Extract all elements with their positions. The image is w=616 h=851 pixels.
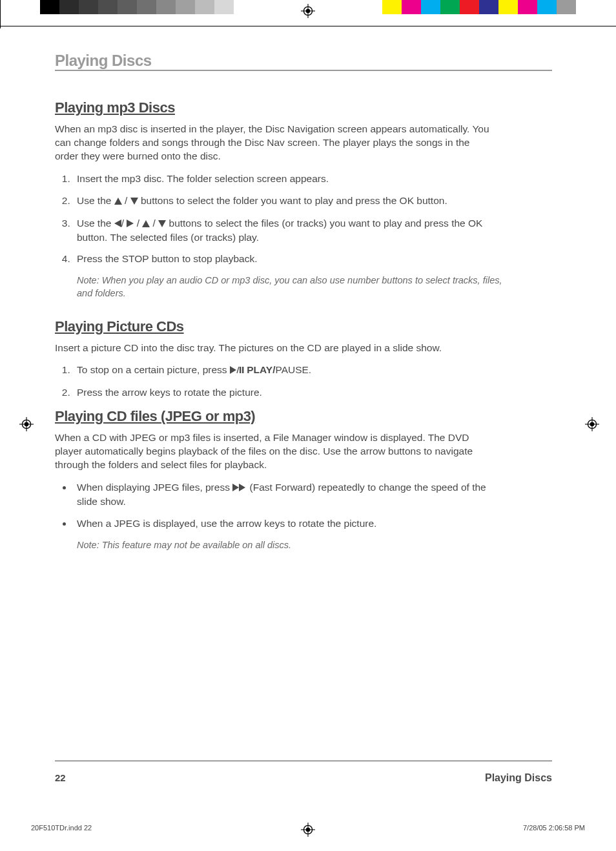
separator: / — [134, 218, 142, 229]
svg-marker-17 — [130, 198, 138, 205]
step-item: Press the STOP button to stop playback. — [73, 252, 507, 266]
bullet-item: When a JPEG is displayed, use the arrow … — [73, 517, 507, 531]
color-swatch — [440, 0, 460, 14]
step-item: Press the arrow keys to rotate the pictu… — [73, 386, 507, 400]
svg-marker-16 — [114, 198, 122, 205]
section2-intro: Insert a picture CD into the disc tray. … — [55, 342, 494, 355]
svg-marker-22 — [230, 366, 236, 374]
gray-swatch — [137, 0, 156, 14]
svg-marker-20 — [142, 220, 150, 227]
step-item: Use the / buttons to select the folder y… — [73, 194, 507, 209]
text-fragment: PAUSE. — [275, 364, 311, 375]
section2-steps: To stop on a certain picture, press PLAY… — [55, 364, 507, 400]
section-title-mp3: Playing mp3 Discs — [55, 99, 552, 116]
text-fragment: PLAY/ — [244, 364, 276, 375]
color-swatch — [557, 0, 576, 14]
registration-mark-icon — [301, 823, 315, 837]
crop-guide — [0, 0, 1, 28]
color-swatch — [518, 0, 537, 14]
svg-marker-26 — [232, 484, 239, 491]
down-arrow-icon — [158, 218, 166, 231]
step-item: Use the / / / buttons to select the file… — [73, 217, 507, 245]
section3-bullets: When displaying JPEG files, press (Fast … — [55, 481, 507, 531]
section1-steps: Insert the mp3 disc. The folder selectio… — [55, 172, 507, 267]
registration-mark-icon — [19, 417, 34, 431]
registration-mark-icon — [585, 417, 599, 431]
page-content: Playing Discs Playing mp3 Discs When an … — [55, 52, 552, 569]
gray-swatch — [118, 0, 137, 14]
left-arrow-icon — [114, 218, 121, 231]
section-title-cd-files: Playing CD files (JPEG or mp3) — [55, 408, 552, 425]
text-fragment: buttons to select the folder you want to… — [138, 195, 447, 206]
up-arrow-icon — [142, 218, 150, 231]
chapter-title: Playing Discs — [55, 52, 552, 71]
separator: / — [121, 218, 127, 229]
separator: / — [150, 218, 158, 229]
gray-swatch — [79, 0, 98, 14]
step-item: Insert the mp3 disc. The folder selectio… — [73, 172, 507, 186]
color-swatch — [402, 0, 421, 14]
footer-chapter-label: Playing Discs — [485, 772, 552, 784]
crop-guide — [0, 26, 616, 26]
step-item: To stop on a certain picture, press PLAY… — [73, 364, 507, 378]
section3-note: Note: This feature may not be available … — [77, 539, 503, 552]
text-fragment: Use the — [77, 195, 114, 206]
separator: / — [122, 195, 130, 206]
gray-swatch — [40, 0, 59, 14]
page-number: 22 — [55, 772, 66, 783]
down-arrow-icon — [130, 195, 138, 209]
color-swatch — [498, 0, 518, 14]
color-swatch — [421, 0, 440, 14]
play-pause-icon — [230, 364, 244, 378]
color-swatch — [479, 0, 498, 14]
color-swatch — [382, 0, 402, 14]
svg-marker-27 — [239, 484, 245, 491]
registration-mark-icon — [301, 4, 315, 18]
gray-swatch — [176, 0, 195, 14]
gray-swatch — [156, 0, 176, 14]
footer-rule — [55, 761, 552, 761]
fast-forward-icon — [232, 482, 247, 495]
gray-swatch — [234, 0, 253, 14]
text-fragment: When displaying JPEG files, press — [77, 482, 232, 493]
section3-intro: When a CD with JPEG or mp3 files is inse… — [55, 431, 494, 472]
gray-swatch — [98, 0, 118, 14]
section1-intro: When an mp3 disc is inserted in the play… — [55, 123, 494, 163]
text-fragment: Use the — [77, 218, 114, 229]
svg-marker-18 — [114, 220, 121, 227]
bullet-item: When displaying JPEG files, press (Fast … — [73, 481, 507, 509]
slug-datetime: 7/28/05 2:06:58 PM — [523, 824, 585, 832]
color-swatch — [537, 0, 557, 14]
text-fragment: To stop on a certain picture, press — [77, 364, 230, 375]
svg-marker-19 — [127, 220, 134, 227]
section1-note: Note: When you play an audio CD or mp3 d… — [77, 274, 503, 300]
up-arrow-icon — [114, 195, 122, 209]
gray-swatch — [214, 0, 234, 14]
svg-marker-21 — [158, 220, 166, 227]
right-arrow-icon — [127, 218, 134, 231]
slug-filename: 20F510TDr.indd 22 — [31, 824, 92, 832]
section-title-picture-cds: Playing Picture CDs — [55, 318, 552, 335]
gray-swatch — [195, 0, 214, 14]
svg-rect-24 — [240, 367, 241, 373]
color-swatch — [460, 0, 479, 14]
svg-line-23 — [237, 367, 239, 373]
gray-swatch — [59, 0, 79, 14]
